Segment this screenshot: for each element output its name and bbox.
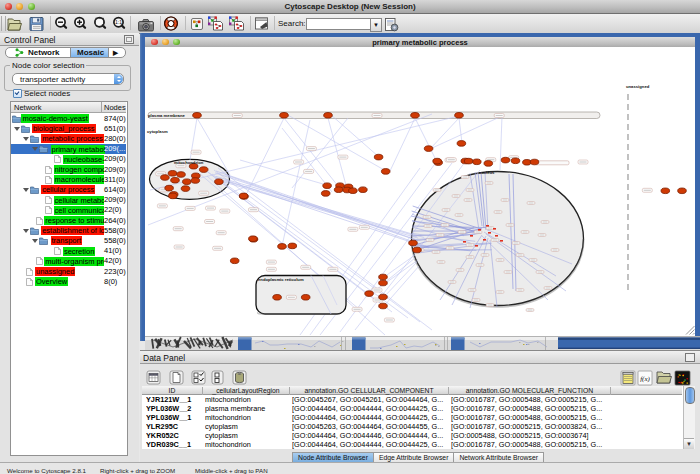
- svg-text:mitochondrion: mitochondrion: [174, 160, 204, 165]
- svg-text:unassigned: unassigned: [626, 84, 650, 89]
- svg-text:plasma membrane: plasma membrane: [148, 113, 185, 118]
- svg-text:endoplasmic reticulum: endoplasmic reticulum: [258, 277, 304, 282]
- svg-text:f(x): f(x): [640, 375, 650, 383]
- svg-text:cytoplasm: cytoplasm: [147, 129, 168, 134]
- svg-text:1:1: 1:1: [115, 19, 122, 25]
- svg-text:nucleus: nucleus: [479, 170, 495, 175]
